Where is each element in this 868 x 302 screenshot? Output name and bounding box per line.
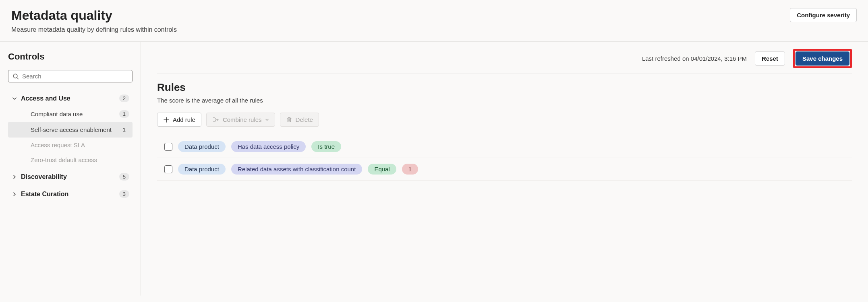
rule-checkbox[interactable] [164,165,172,173]
control-group: Access and Use2Compliant data use1Self-s… [8,90,133,167]
delete-button[interactable]: Delete [280,113,319,127]
control-group-label: Access and Use [21,95,119,102]
control-group-header[interactable]: Discoverability5 [8,169,133,185]
sidebar-title: Controls [8,51,133,62]
rule-subject-pill[interactable]: Data product [178,141,226,152]
control-group-count: 3 [119,190,129,198]
svg-point-0 [13,74,17,78]
control-item: Access request SLA [8,138,133,152]
chevron-down-icon [11,96,18,101]
add-rule-label: Add rule [173,116,195,123]
save-highlight: Save changes [793,49,852,68]
control-items: Compliant data use1Self-serve access ena… [8,106,133,167]
rules-title: Rules [157,81,852,94]
rules-toolbar: Add rule Combine rules Delete [157,113,852,127]
combine-rules-button[interactable]: Combine rules [206,113,275,127]
rule-predicate-pill[interactable]: Related data assets with classification … [231,164,363,175]
rule-operator-pill[interactable]: Is true [311,141,341,152]
control-item[interactable]: Self-serve access enablement1 [8,122,133,138]
rule-predicate-pill[interactable]: Has data access policy [231,141,306,152]
content-topbar: Last refreshed on 04/01/2024, 3:16 PM Re… [157,49,852,74]
control-item-count: 1 [119,126,129,134]
configure-severity-button[interactable]: Configure severity [790,8,857,22]
rule-operator-pill[interactable]: Equal [368,164,396,175]
search-box[interactable] [8,70,133,82]
control-item-label: Compliant data use [31,111,119,117]
control-item-label: Self-serve access enablement [31,126,119,133]
rule-row: Data productHas data access policyIs tru… [157,136,852,158]
control-item-count: 1 [119,110,129,118]
search-icon [12,73,19,80]
control-item: Zero-trust default access [8,152,133,167]
chevron-right-icon [11,175,18,179]
chevron-right-icon [11,192,18,197]
control-group-count: 5 [119,173,129,181]
rules-list: Data productHas data access policyIs tru… [157,136,852,181]
control-group: Estate Curation3 [8,186,133,202]
control-group-label: Estate Curation [21,191,119,198]
reset-button[interactable]: Reset [755,51,785,66]
controls-list: Access and Use2Compliant data use1Self-s… [8,90,133,202]
control-group-label: Discoverability [21,173,119,181]
control-item-label: Access request SLA [31,142,129,148]
control-group-header[interactable]: Access and Use2 [8,90,133,106]
combine-rules-label: Combine rules [223,116,262,123]
last-refreshed-text: Last refreshed on 04/01/2024, 3:16 PM [642,55,747,62]
chevron-down-icon [265,118,269,122]
header-left: Metadata quality Measure metadata qualit… [11,8,177,33]
add-rule-button[interactable]: Add rule [157,113,201,127]
rule-checkbox[interactable] [164,143,172,151]
control-group-header[interactable]: Estate Curation3 [8,186,133,202]
save-changes-button[interactable]: Save changes [795,51,849,66]
page-header: Metadata quality Measure metadata qualit… [0,0,868,42]
control-item[interactable]: Compliant data use1 [8,106,133,122]
control-group: Discoverability5 [8,169,133,185]
svg-line-1 [17,78,19,79]
main-container: Controls Access and Use2Compliant data u… [0,42,868,296]
rule-row: Data productRelated data assets with cla… [157,158,852,181]
rules-subtitle: The score is the average of all the rule… [157,97,852,104]
page-subtitle: Measure metadata quality by defining rul… [11,26,177,33]
page-title: Metadata quality [11,8,177,23]
content-area: Last refreshed on 04/01/2024, 3:16 PM Re… [141,42,868,296]
trash-icon [286,117,292,123]
delete-label: Delete [296,116,313,123]
search-input[interactable] [22,73,128,80]
plus-icon [163,117,170,123]
sidebar: Controls Access and Use2Compliant data u… [0,42,141,296]
combine-icon [212,117,220,123]
control-item-label: Zero-trust default access [31,156,129,163]
rule-subject-pill[interactable]: Data product [178,164,226,175]
rule-value-pill[interactable]: 1 [402,164,418,175]
control-group-count: 2 [119,95,129,102]
